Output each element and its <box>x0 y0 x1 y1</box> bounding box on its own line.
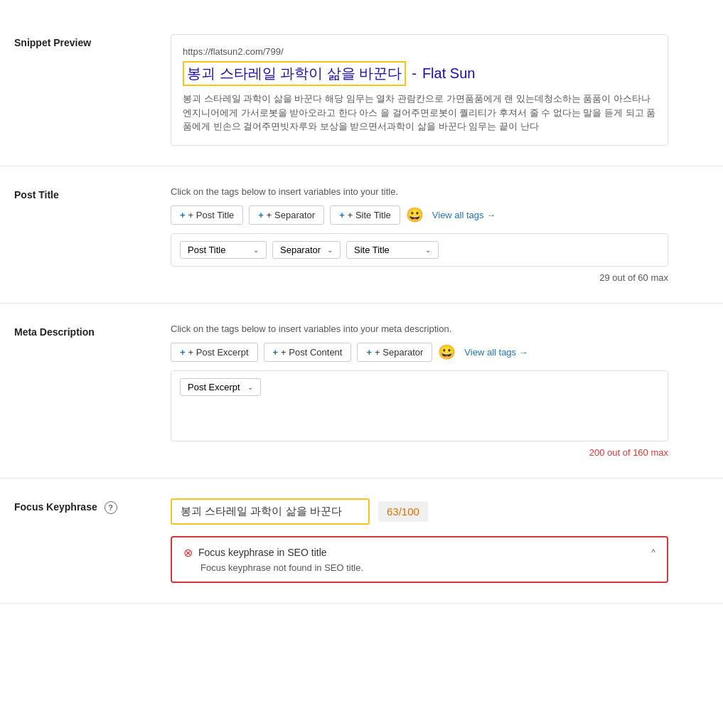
seo-alert-error-icon: ⊗ <box>183 546 193 560</box>
post-title-char-count: 29 out of 60 max <box>171 272 668 283</box>
seo-alert-box: ⊗ Focus keyphrase in SEO title ^ Focus k… <box>171 536 668 583</box>
post-title-select-2[interactable]: Site Title Site Description <box>354 245 422 255</box>
snippet-separator: - <box>412 65 417 82</box>
meta-description-view-all[interactable]: View all tags → <box>464 347 527 358</box>
focus-keyphrase-score: 63/100 <box>378 501 428 522</box>
post-title-pill-2[interactable]: Site Title Site Description ⌄ <box>346 241 439 259</box>
meta-description-select-0[interactable]: Post Excerpt Post Content <box>188 382 245 392</box>
focus-keyphrase-section: Focus Keyphrase ? 63/100 ⊗ Focus keyphra… <box>0 478 723 604</box>
post-title-pill-0[interactable]: Post Title Current Year Current Month ⌄ <box>180 241 267 259</box>
meta-description-char-count: 200 out of 160 max <box>171 447 668 458</box>
snippet-preview-label: Snippet Preview <box>14 34 171 48</box>
post-title-select-0[interactable]: Post Title Current Year Current Month <box>188 245 250 255</box>
keyphrase-row: 63/100 <box>171 498 709 525</box>
post-title-tag-btn-2[interactable]: + + Site Title <box>330 205 400 225</box>
focus-keyphrase-label: Focus Keyphrase ? <box>14 498 171 514</box>
seo-alert-title-row: ⊗ Focus keyphrase in SEO title ^ <box>183 546 655 560</box>
snippet-title-row: 봉괴 스타레일 과학이 삶을 바꾼다 - Flat Sun <box>183 61 656 86</box>
snippet-title-text: 봉괴 스타레일 과학이 삶을 바꾼다 <box>183 61 406 86</box>
post-title-pill-1[interactable]: Separator - | ⌄ <box>272 241 341 259</box>
post-title-tag-btn-1[interactable]: + + Separator <box>249 205 324 225</box>
post-title-emoji-btn[interactable]: 😀 <box>406 206 424 223</box>
focus-keyphrase-content: 63/100 ⊗ Focus keyphrase in SEO title ^ … <box>171 498 709 583</box>
meta-description-content: Click on the tags below to insert variab… <box>171 323 709 458</box>
meta-description-tag-btn-1[interactable]: + + Post Content <box>264 343 352 362</box>
focus-keyphrase-help-icon[interactable]: ? <box>105 501 117 514</box>
seo-alert-title-text: Focus keyphrase in SEO title <box>198 547 327 558</box>
post-title-instruction: Click on the tags below to insert variab… <box>171 186 709 197</box>
snippet-box: https://flatsun2.com/799/ 봉괴 스타레일 과학이 삶을… <box>171 34 668 146</box>
snippet-url: https://flatsun2.com/799/ <box>183 46 656 57</box>
snippet-preview-content: https://flatsun2.com/799/ 봉괴 스타레일 과학이 삶을… <box>171 34 709 146</box>
post-title-tag-btn-0[interactable]: + + Post Title <box>171 205 243 225</box>
meta-description-instruction: Click on the tags below to insert variab… <box>171 323 709 334</box>
meta-description-caret-0: ⌄ <box>247 383 253 391</box>
post-title-caret-0: ⌄ <box>253 246 259 254</box>
post-title-label: Post Title <box>14 186 171 200</box>
seo-alert-description: Focus keyphrase not found in SEO title. <box>183 562 655 573</box>
meta-description-pill-0[interactable]: Post Excerpt Post Content ⌄ <box>180 378 261 396</box>
meta-description-tag-btn-2[interactable]: + + Separator <box>357 343 432 362</box>
post-title-caret-1: ⌄ <box>327 246 333 254</box>
post-title-tag-buttons: + + Post Title + + Separator + + Site Ti… <box>171 205 709 225</box>
post-title-editor-inner: Post Title Current Year Current Month ⌄ … <box>180 241 659 259</box>
seo-alert-caret: ^ <box>651 547 655 557</box>
focus-keyphrase-input[interactable] <box>171 498 370 525</box>
post-title-view-all[interactable]: View all tags → <box>432 210 496 220</box>
post-title-content: Click on the tags below to insert variab… <box>171 186 709 283</box>
meta-description-section: Meta Description Click on the tags below… <box>0 304 723 478</box>
post-title-section: Post Title Click on the tags below to in… <box>0 166 723 304</box>
meta-description-tag-buttons: + + Post Excerpt + + Post Content + + Se… <box>171 343 709 362</box>
snippet-site-name: Flat Sun <box>422 65 475 82</box>
meta-description-tag-btn-0[interactable]: + + Post Excerpt <box>171 343 258 362</box>
meta-description-editor-box: Post Excerpt Post Content ⌄ <box>171 370 668 441</box>
post-title-select-1[interactable]: Separator - | <box>280 245 324 255</box>
snippet-description: 봉괴 스타레일 과학이 삶을 바꾼다 해당 임무는 열차 관람칸으로 가면품품에… <box>183 92 656 134</box>
post-title-editor-box: Post Title Current Year Current Month ⌄ … <box>171 233 668 267</box>
snippet-preview-section: Snippet Preview https://flatsun2.com/799… <box>0 14 723 166</box>
meta-description-emoji-btn[interactable]: 😀 <box>438 343 456 360</box>
post-title-caret-2: ⌄ <box>425 246 431 254</box>
meta-description-label: Meta Description <box>14 323 171 338</box>
